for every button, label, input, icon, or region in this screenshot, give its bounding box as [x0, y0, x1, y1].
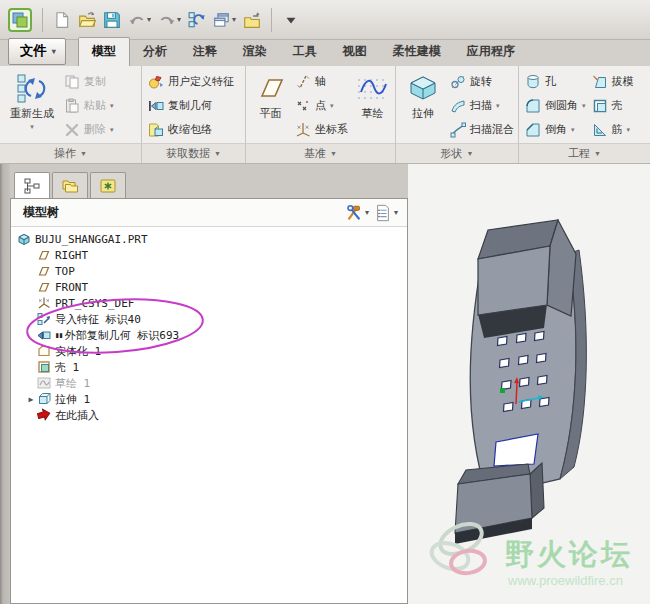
folders-tab[interactable] — [52, 172, 88, 198]
ribbon-udf-button[interactable]: 用户定义特征 — [146, 70, 243, 93]
tree-window: 模型树 ▾ ▾ BUJU_SHANGGAI.PRTRIGHTTOPFRONTPR… — [10, 198, 408, 604]
tree-item[interactable]: ▮▮外部复制几何 标识693 — [11, 327, 407, 343]
tree-header: 模型树 ▾ ▾ — [11, 199, 407, 227]
group-label[interactable]: 基准 ▼ — [246, 143, 395, 163]
ribbon-round-button[interactable]: 倒圆角▾ — [523, 94, 588, 117]
tree-tab[interactable] — [14, 172, 50, 198]
tree-item[interactable]: TOP — [11, 263, 407, 279]
group-label[interactable]: 形状 ▼ — [396, 143, 518, 163]
favorites-tab[interactable] — [90, 172, 126, 198]
ribbon-sweep-button[interactable]: 扫描▾ — [448, 94, 516, 117]
open-file-button[interactable] — [76, 9, 98, 31]
new-file-button[interactable] — [51, 9, 73, 31]
tab-1[interactable]: 分析 — [130, 38, 180, 66]
expand-arrow-icon[interactable]: ▶ — [25, 395, 37, 404]
ribbon-datum-axis-button[interactable]: 轴 — [293, 70, 350, 93]
tab-3[interactable]: 渲染 — [230, 38, 280, 66]
tab-5[interactable]: 视图 — [330, 38, 380, 66]
windows-button[interactable]: ▾ — [211, 9, 238, 31]
ribbon-stack: 拔模壳筋▾ — [590, 69, 648, 142]
tree-display-button[interactable]: ▾ — [373, 203, 399, 223]
button-label: 旋转 — [470, 74, 492, 89]
ribbon-draft-button[interactable]: 拔模 — [590, 70, 648, 93]
ribbon-revolve-button[interactable]: 旋转 — [448, 70, 516, 93]
tree-item[interactable]: ▶拉伸 1 — [11, 391, 407, 407]
ribbon-paste-button[interactable]: 粘贴▾ — [62, 94, 139, 117]
ribbon-regenerate-button[interactable]: 重新生成▾ — [4, 69, 60, 142]
hole-icon — [525, 74, 541, 90]
ribbon-copy-geometry-button[interactable]: 复制几何 — [146, 94, 243, 117]
ribbon-sketch-button[interactable]: 草绘 — [352, 69, 393, 142]
ribbon-delete-button[interactable]: 删除▾ — [62, 118, 139, 141]
toolbar-more-button[interactable] — [280, 9, 302, 31]
tab-7[interactable]: 应用程序 — [454, 38, 528, 66]
ribbon-datum-csys-button[interactable]: 坐标系 — [293, 118, 350, 141]
toolbar-divider — [271, 8, 272, 32]
app-logo-button[interactable] — [6, 6, 34, 34]
tree-item-label: 在此插入 — [55, 408, 99, 423]
shell-icon — [592, 98, 608, 114]
close-window-button[interactable] — [241, 9, 263, 31]
undo-button[interactable]: ▾ — [126, 9, 153, 31]
tree-item[interactable]: 在此插入 — [11, 407, 407, 423]
redo-icon — [158, 11, 176, 29]
group-label[interactable]: 操作 ▼ — [0, 143, 141, 163]
datum-plane-icon — [255, 72, 287, 104]
tree-item[interactable]: FRONT — [11, 279, 407, 295]
tree-item[interactable]: 导入特征 标识40 — [11, 311, 407, 327]
tree-item[interactable]: RIGHT — [11, 247, 407, 263]
chevron-down-icon: ▾ — [147, 15, 151, 24]
model-tree: BUJU_SHANGGAI.PRTRIGHTTOPFRONTPRT_CSYS_D… — [11, 227, 407, 603]
open-file-icon — [78, 11, 96, 29]
display-settings-icon — [374, 204, 392, 222]
shell-tree-icon — [37, 360, 51, 374]
insert-here-icon — [37, 408, 51, 422]
save-button[interactable] — [101, 9, 123, 31]
redo-button[interactable]: ▾ — [156, 9, 183, 31]
ribbon-copy-button[interactable]: 复制 — [62, 70, 139, 93]
watermark-title: 野火论坛 — [505, 538, 633, 570]
chevron-down-icon: ▾ — [365, 208, 369, 217]
tree-tab-icon — [23, 177, 41, 195]
undo-icon — [128, 11, 146, 29]
ribbon-datum-plane-button[interactable]: 平面 — [250, 69, 291, 142]
tree-item-label: 拉伸 1 — [55, 392, 90, 407]
group-label[interactable]: 获取数据 ▼ — [142, 143, 245, 163]
ribbon-chamfer-button[interactable]: 倒角▾ — [523, 118, 588, 141]
ribbon-group: 孔倒圆角▾倒角▾拔模壳筋▾ 工程 ▼ — [519, 66, 650, 163]
graphics-viewport[interactable]: 野火论坛 www.proewildfire.cn — [408, 164, 650, 604]
tree-item-label: FRONT — [55, 281, 88, 294]
ribbon-hole-button[interactable]: 孔 — [523, 70, 588, 93]
tree-item[interactable]: 壳 1 — [11, 359, 407, 375]
ribbon-shrinkwrap-button[interactable]: 收缩包络 — [146, 118, 243, 141]
tab-4[interactable]: 工具 — [280, 38, 330, 66]
tree-item[interactable]: PRT_CSYS_DEF — [11, 295, 407, 311]
favorites-tab-icon — [99, 177, 117, 195]
tree-item[interactable]: BUJU_SHANGGAI.PRT — [11, 231, 407, 247]
tab-2[interactable]: 注释 — [180, 38, 230, 66]
extrude-tree-icon — [37, 392, 51, 406]
tree-item[interactable]: 实体化 1 — [11, 343, 407, 359]
file-menu-button[interactable]: 文件 ▾ — [8, 38, 66, 65]
ribbon-rib-button[interactable]: 筋▾ — [590, 118, 648, 141]
ribbon-extrude-button[interactable]: 拉伸 — [400, 69, 446, 142]
tab-6[interactable]: 柔性建模 — [380, 38, 454, 66]
ribbon-swept-blend-button[interactable]: 扫描混合 — [448, 118, 516, 141]
regenerate-button[interactable] — [186, 9, 208, 31]
button-label: 草绘 — [362, 106, 384, 121]
button-label: 重新生成 — [10, 106, 54, 121]
tree-settings-button[interactable]: ▾ — [344, 203, 370, 223]
chevron-down-icon: ▼ — [594, 150, 601, 157]
ribbon-shell-button[interactable]: 壳 — [590, 94, 648, 117]
paste-icon — [64, 98, 80, 114]
button-label: 删除 — [84, 122, 106, 137]
chevron-down-icon: ▾ — [30, 123, 34, 131]
group-label[interactable]: 工程 ▼ — [519, 143, 650, 163]
tab-0[interactable]: 模型 — [78, 37, 130, 66]
button-label: 复制几何 — [168, 98, 212, 113]
ribbon-datum-point-button[interactable]: 点▾ — [293, 94, 350, 117]
chevron-down-icon: ▾ — [582, 102, 586, 110]
sketch-icon — [357, 72, 389, 104]
draft-icon — [592, 74, 608, 90]
tree-item[interactable]: 草绘 1 — [11, 375, 407, 391]
